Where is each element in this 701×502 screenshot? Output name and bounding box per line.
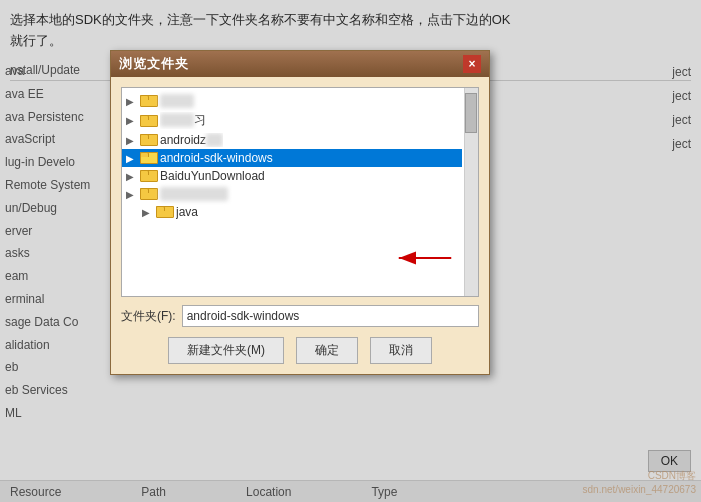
browse-folder-dialog: 浏览文件夹 × ▶ ████ ▶ ████习: [110, 50, 490, 375]
dialog-close-button[interactable]: ×: [463, 55, 481, 73]
tree-arrow-7: ▶: [142, 207, 154, 218]
file-path-input[interactable]: [182, 305, 479, 327]
tree-label-2: ████习: [160, 112, 206, 129]
folder-icon-7: [156, 206, 172, 218]
tree-item-baidu[interactable]: ▶ BaiduYunDownload: [122, 167, 462, 185]
tree-arrow-5: ▶: [126, 171, 138, 182]
folder-icon-1: [140, 95, 156, 107]
tree-label-7: java: [176, 205, 198, 219]
file-tree-inner: ▶ ████ ▶ ████习 ▶ androidz██: [122, 88, 478, 225]
tree-arrow-1: ▶: [126, 96, 138, 107]
tree-item-2[interactable]: ▶ ████习: [122, 110, 462, 131]
tree-item-android-sdk[interactable]: ▶ android-sdk-windows: [122, 149, 462, 167]
folder-icon-5: [140, 170, 156, 182]
red-arrow-indicator: [390, 243, 460, 273]
tree-arrow-2: ▶: [126, 115, 138, 126]
tree-scrollbar[interactable]: [464, 88, 478, 296]
dialog-titlebar: 浏览文件夹 ×: [111, 51, 489, 77]
dialog-title: 浏览文件夹: [119, 55, 189, 73]
tree-label-4: android-sdk-windows: [160, 151, 273, 165]
tree-label-6: ████████: [160, 187, 228, 201]
cancel-button[interactable]: 取消: [370, 337, 432, 364]
file-label: 文件夹(F):: [121, 308, 176, 325]
tree-arrow-6: ▶: [126, 189, 138, 200]
tree-arrow-4: ▶: [126, 153, 138, 164]
folder-icon-4: [140, 152, 156, 164]
folder-icon-3: [140, 134, 156, 146]
watermark-line1: CSDN博客: [583, 469, 696, 483]
tree-label-3: androidz██: [160, 133, 223, 147]
tree-label-5: BaiduYunDownload: [160, 169, 265, 183]
tree-item-1[interactable]: ▶ ████: [122, 92, 462, 110]
watermark: CSDN博客 sdn.net/weixin_44720673: [583, 469, 696, 497]
tree-arrow-3: ▶: [126, 135, 138, 146]
folder-icon-6: [140, 188, 156, 200]
file-input-row: 文件夹(F):: [121, 305, 479, 327]
dialog-buttons: 新建文件夹(M) 确定 取消: [121, 337, 479, 364]
tree-item-java[interactable]: ▶ java: [122, 203, 462, 221]
watermark-line2: sdn.net/weixin_44720673: [583, 483, 696, 497]
folder-icon-2: [140, 115, 156, 127]
tree-label-1: ████: [160, 94, 194, 108]
scrollbar-thumb[interactable]: [465, 93, 477, 133]
file-tree-area[interactable]: ▶ ████ ▶ ████习 ▶ androidz██: [121, 87, 479, 297]
dialog-body: ▶ ████ ▶ ████习 ▶ androidz██: [111, 77, 489, 374]
new-folder-button[interactable]: 新建文件夹(M): [168, 337, 284, 364]
tree-item-3[interactable]: ▶ androidz██: [122, 131, 462, 149]
tree-item-6[interactable]: ▶ ████████: [122, 185, 462, 203]
confirm-button[interactable]: 确定: [296, 337, 358, 364]
